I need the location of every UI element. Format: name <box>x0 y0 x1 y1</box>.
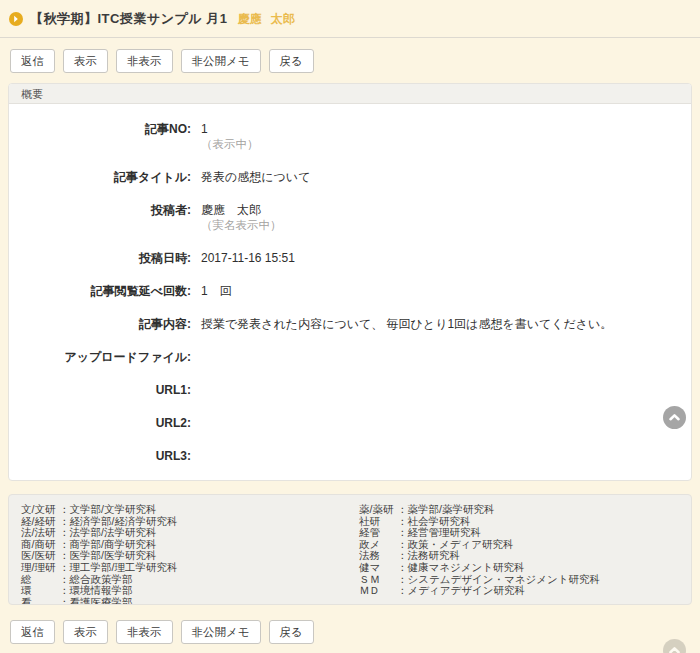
overview-panel-body: 記事NO: 1 （表示中） 記事タイトル: 発表の感想について 投稿者: 慶應 … <box>9 104 691 480</box>
legend-def: 総合政策学部 <box>70 573 133 585</box>
field-row-upload-file: アップロードファイル: <box>9 350 675 365</box>
legend-colon: ： <box>397 549 408 561</box>
private-memo-button-bottom[interactable]: 非公開メモ <box>181 620 261 644</box>
field-label: 投稿者: <box>9 203 191 233</box>
field-label: URL1: <box>9 383 191 398</box>
legend-term: 理/理研 <box>21 562 59 574</box>
author-last-name-link[interactable]: 慶應 <box>238 12 262 26</box>
legend-def: 経済学部/経済学研究科 <box>70 515 178 527</box>
legend-def: メディアデザイン研究科 <box>408 584 525 596</box>
legend-colon: ： <box>59 503 70 515</box>
legend-row: 看：看護医療学部 <box>21 597 359 605</box>
show-button-bottom[interactable]: 表示 <box>63 620 108 644</box>
field-value: 慶應 太郎 <box>201 203 282 218</box>
faculty-legend: 文/文研：文学部/文学研究科 経/経研：経済学部/経済学研究科 法/法研：法学部… <box>8 494 692 605</box>
legend-colon: ： <box>59 538 70 550</box>
legend-colon: ： <box>59 515 70 527</box>
legend-def: 政策・メディア研究科 <box>408 538 514 550</box>
page-header: 【秋学期】ITC授業サンプル 月1 慶應 太郎 <box>0 0 700 36</box>
faculty-legend-right-column: 薬/薬研：薬学部/薬学研究科 社研：社会学研究科 経管：経営管理研究科 政メ：政… <box>359 504 600 594</box>
field-label: アップロードファイル: <box>9 350 191 365</box>
field-label: 記事内容: <box>9 317 191 332</box>
legend-colon: ： <box>59 584 70 596</box>
legend-def: 環境情報学部 <box>70 584 133 596</box>
chevron-up-icon <box>668 644 681 653</box>
hide-button[interactable]: 非表示 <box>116 49 173 73</box>
legend-term: 健マ <box>359 562 397 574</box>
legend-colon: ： <box>397 561 408 573</box>
author-links: 慶應 太郎 <box>238 11 295 28</box>
legend-colon: ： <box>59 549 70 561</box>
legend-def: 経営管理研究科 <box>408 526 482 538</box>
legend-colon: ： <box>397 526 408 538</box>
legend-row: 薬/薬研：薬学部/薬学研究科 <box>359 504 600 516</box>
toolbar-bottom: 返信 表示 非表示 非公開メモ 戻る <box>0 605 700 653</box>
page-title: 【秋学期】ITC授業サンプル 月1 <box>30 10 228 28</box>
field-row-poster: 投稿者: 慶應 太郎 （実名表示中） <box>9 203 675 233</box>
field-value: 発表の感想について <box>201 170 310 185</box>
legend-colon: ： <box>397 573 408 585</box>
faculty-legend-left-column: 文/文研：文学部/文学研究科 経/経研：経済学部/経済学研究科 法/法研：法学部… <box>21 504 359 594</box>
toolbar-top: 返信 表示 非表示 非公開メモ 戻る <box>0 38 700 83</box>
field-label: 記事タイトル: <box>9 170 191 185</box>
legend-colon: ： <box>397 515 408 527</box>
hide-button-bottom[interactable]: 非表示 <box>116 620 173 644</box>
legend-term: 環 <box>21 585 59 597</box>
field-row-article-no: 記事NO: 1 （表示中） <box>9 122 675 152</box>
arrow-bullet-icon <box>9 12 23 26</box>
overview-panel-header: 概要 <box>9 84 691 104</box>
legend-colon: ： <box>59 526 70 538</box>
legend-def: 理工学部/理工学研究科 <box>70 561 178 573</box>
scroll-to-top-button[interactable] <box>663 406 686 429</box>
field-label: 記事NO: <box>9 122 191 152</box>
field-value: 1 回 <box>201 284 232 299</box>
overview-panel: 概要 記事NO: 1 （表示中） 記事タイトル: 発表の感想について 投稿者: … <box>8 83 692 481</box>
legend-def: 看護医療学部 <box>70 596 133 605</box>
field-row-url1: URL1: <box>9 383 675 398</box>
legend-term: ＭＤ <box>359 585 397 597</box>
reply-button[interactable]: 返信 <box>10 49 55 73</box>
field-row-view-count: 記事閲覧延べ回数: 1 回 <box>9 284 675 299</box>
legend-colon: ： <box>397 584 408 596</box>
private-memo-button[interactable]: 非公開メモ <box>181 49 261 73</box>
legend-colon: ： <box>397 538 408 550</box>
field-value: 授業で発表された内容について、 毎回ひとり1回は感想を書いてください。 <box>201 317 612 332</box>
legend-row: 政メ：政策・メディア研究科 <box>359 539 600 551</box>
field-row-post-datetime: 投稿日時: 2017-11-16 15:51 <box>9 251 675 266</box>
field-row-url3: URL3: <box>9 449 675 464</box>
legend-term: 薬/薬研 <box>359 504 397 516</box>
legend-def: 社会学研究科 <box>408 515 471 527</box>
legend-def: 健康マネジメント研究科 <box>408 561 525 573</box>
reply-button-bottom[interactable]: 返信 <box>10 620 55 644</box>
back-button[interactable]: 戻る <box>269 49 314 73</box>
legend-def: 商学部/商学研究科 <box>70 538 157 550</box>
show-button[interactable]: 表示 <box>63 49 108 73</box>
field-row-article-body: 記事内容: 授業で発表された内容について、 毎回ひとり1回は感想を書いてください… <box>9 317 675 332</box>
legend-def: 法務研究科 <box>408 549 461 561</box>
field-label: URL3: <box>9 449 191 464</box>
field-row-article-title: 記事タイトル: 発表の感想について <box>9 170 675 185</box>
field-value: 2017-11-16 15:51 <box>201 251 295 266</box>
field-label: URL2: <box>9 416 191 431</box>
legend-def: システムデザイン・マネジメント研究科 <box>408 573 600 585</box>
legend-colon: ： <box>59 596 70 605</box>
legend-def: 薬学部/薬学研究科 <box>408 503 495 515</box>
back-button-bottom[interactable]: 戻る <box>269 620 314 644</box>
author-first-name-link[interactable]: 太郎 <box>271 12 295 26</box>
field-value: 1 <box>201 122 259 137</box>
field-label: 記事閲覧延べ回数: <box>9 284 191 299</box>
legend-def: 医学部/医学研究科 <box>70 549 157 561</box>
field-note: （実名表示中） <box>201 218 282 233</box>
field-note: （表示中） <box>201 137 259 152</box>
legend-colon: ： <box>397 503 408 515</box>
legend-term: 看 <box>21 597 59 605</box>
legend-colon: ： <box>59 573 70 585</box>
legend-row: ＭＤ：メディアデザイン研究科 <box>359 585 600 597</box>
legend-colon: ： <box>59 561 70 573</box>
chevron-up-icon <box>668 411 681 424</box>
legend-def: 法学部/法学研究科 <box>70 526 157 538</box>
legend-def: 文学部/文学研究科 <box>70 503 157 515</box>
field-label: 投稿日時: <box>9 251 191 266</box>
legend-term: 文/文研 <box>21 504 59 516</box>
field-row-url2: URL2: <box>9 416 675 431</box>
